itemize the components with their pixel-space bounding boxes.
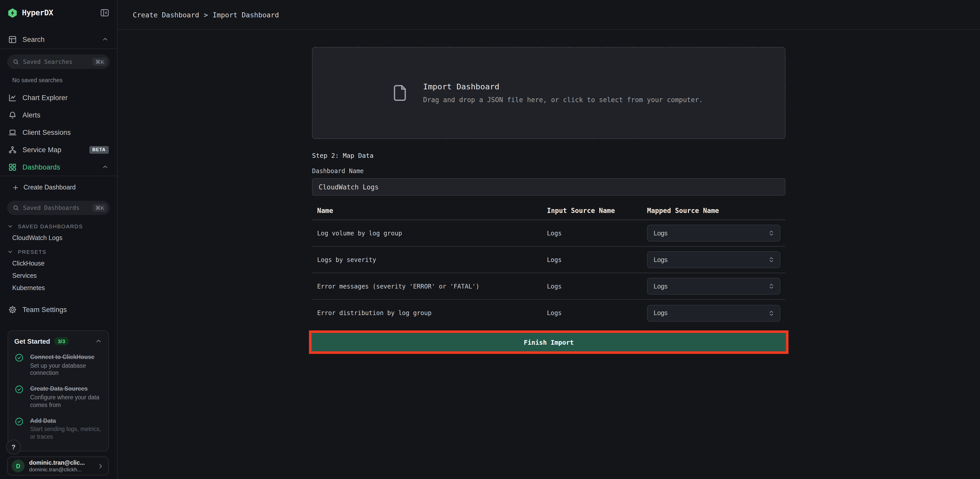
chevron-up-icon	[102, 164, 109, 170]
user-menu[interactable]: D dominic.tran@clic... dominic.tran@clic…	[7, 457, 109, 476]
sidebar-item-service-map[interactable]: Service Map BETA	[0, 141, 117, 158]
sidebar-item-kubernetes[interactable]: Kubernetes	[0, 282, 117, 294]
sidebar-item-clickhouse[interactable]: ClickHouse	[0, 257, 117, 270]
sidebar-divider	[0, 176, 117, 176]
json-dropzone[interactable]: Import Dashboard Drag and drop a JSON fi…	[312, 47, 786, 139]
import-panel: Import Dashboard Drag and drop a JSON fi…	[312, 30, 786, 354]
sidebar-item-label: Search	[22, 35, 45, 43]
file-icon	[390, 81, 409, 105]
magnifier-icon	[13, 59, 19, 65]
step-title: Connect to ClickHouse	[30, 354, 94, 360]
get-started-card: Get Started 3/3 Connect to ClickHouse Se…	[8, 330, 109, 452]
main-area: Create Dashboard>Import Dashboard Import…	[118, 0, 980, 479]
selected-value: Logs	[654, 283, 667, 290]
user-name: dominic.tran@clic...	[29, 459, 97, 466]
sidebar-item-label: Service Map	[22, 146, 61, 153]
saved-searches-input[interactable]	[23, 58, 93, 65]
chart-name: Logs by severity	[312, 256, 547, 263]
logo-text: HyperDX	[22, 8, 53, 18]
check-circle-icon	[14, 417, 24, 426]
dropzone-subtitle: Drag and drop a JSON file here, or click…	[423, 96, 703, 103]
saved-dashboards-searchbox[interactable]: ⌘K	[7, 201, 110, 215]
breadcrumb: Create Dashboard>Import Dashboard	[133, 11, 279, 19]
avatar: D	[12, 460, 24, 473]
chart-explorer-icon	[8, 93, 17, 102]
shortcut-badge: ⌘K	[93, 204, 107, 212]
finish-import-button[interactable]: Finish Import	[312, 333, 786, 351]
progress-badge: 3/3	[54, 337, 69, 345]
column-header-mapped-source: Mapped Source Name	[647, 207, 786, 215]
mapped-source-select[interactable]: Logs	[647, 278, 780, 294]
table-row: Error messages (severity 'ERROR' or 'FAT…	[312, 273, 786, 300]
laptop-icon	[8, 128, 17, 137]
get-started-header[interactable]: Get Started 3/3	[14, 337, 102, 345]
mapped-source-select[interactable]: Logs	[647, 225, 780, 242]
table-header-row: Name Input Source Name Mapped Source Nam…	[312, 207, 786, 220]
mapping-table: Name Input Source Name Mapped Source Nam…	[312, 207, 786, 326]
section-presets[interactable]: PRESETS	[0, 246, 117, 257]
create-dashboard-button[interactable]: Create Dashboard	[0, 180, 117, 195]
sidebar-item-chart-explorer[interactable]: Chart Explorer	[0, 89, 117, 106]
chevron-down-icon	[7, 249, 13, 255]
get-started-step-sources[interactable]: Create Data Sources Configure where your…	[14, 384, 102, 409]
sidebar-item-search[interactable]: Search	[0, 32, 117, 46]
select-chevrons-icon	[768, 256, 775, 263]
breadcrumb-import-dashboard: Import Dashboard	[212, 11, 279, 19]
sidebar-item-team-settings[interactable]: Team Settings	[0, 303, 117, 316]
dashboard-name-label: Dashboard Name	[312, 167, 786, 175]
chart-name: Error messages (severity 'ERROR' or 'FAT…	[312, 283, 547, 290]
dashboard-name-input[interactable]	[312, 178, 786, 196]
sidebar-item-label: Alerts	[22, 111, 40, 119]
saved-dashboards-input[interactable]	[23, 204, 93, 212]
section-saved-dashboards[interactable]: SAVED DASHBOARDS	[0, 221, 117, 232]
sidebar-item-label: Client Sessions	[22, 129, 71, 136]
breadcrumb-create-dashboard[interactable]: Create Dashboard	[133, 11, 199, 19]
sidebar-item-client-sessions[interactable]: Client Sessions	[0, 124, 117, 141]
chevron-right-icon	[97, 462, 104, 469]
shortcut-badge: ⌘K	[93, 58, 107, 66]
breadcrumb-separator: >	[199, 11, 212, 19]
logo-link[interactable]: HyperDX	[0, 0, 117, 25]
mapped-source-select[interactable]: Logs	[647, 305, 780, 321]
select-chevrons-icon	[768, 283, 775, 290]
chart-name: Log volume by log group	[312, 229, 547, 237]
chevron-down-icon	[7, 223, 13, 229]
check-circle-icon	[14, 385, 24, 395]
sidebar-divider	[0, 49, 117, 49]
table-row: Logs by severity Logs Logs	[312, 247, 786, 273]
search-layout-icon	[8, 35, 17, 44]
service-map-icon	[8, 145, 17, 154]
chevron-up-icon	[102, 36, 109, 43]
dropzone-title: Import Dashboard	[423, 82, 703, 91]
section-label: SAVED DASHBOARDS	[18, 223, 83, 229]
sidebar-item-dashboards[interactable]: Dashboards	[0, 158, 117, 176]
sidebar-item-alerts[interactable]: Alerts	[0, 106, 117, 124]
app-window: HyperDX Search	[0, 0, 980, 479]
page-header: Create Dashboard>Import Dashboard	[118, 0, 980, 30]
section-label: PRESETS	[18, 249, 46, 255]
step-desc: Configure where your data comes from	[30, 394, 102, 409]
table-row: Log volume by log group Logs Logs	[312, 220, 786, 247]
selected-value: Logs	[654, 309, 667, 317]
sidebar-item-cloudwatch-logs[interactable]: CloudWatch Logs	[0, 232, 117, 244]
team-settings-label: Team Settings	[22, 306, 67, 313]
get-started-title: Get Started	[14, 337, 50, 345]
collapse-sidebar-icon[interactable]	[100, 8, 110, 18]
sidebar-item-label: Dashboards	[22, 163, 60, 171]
create-dashboard-label: Create Dashboard	[24, 184, 76, 191]
table-row: Error distribution by log group Logs Log…	[312, 300, 786, 326]
select-chevrons-icon	[768, 230, 775, 236]
sidebar: HyperDX Search	[0, 0, 118, 479]
plus-icon	[12, 184, 19, 191]
bell-icon	[8, 111, 17, 119]
get-started-step-add-data[interactable]: Add Data Start sending logs, metrics, or…	[14, 416, 102, 441]
saved-searches-searchbox[interactable]: ⌘K	[7, 55, 110, 69]
step-title: Step 2: Map Data	[312, 152, 786, 159]
input-source-name: Logs	[547, 283, 647, 290]
get-started-step-connect[interactable]: Connect to ClickHouse Set up your databa…	[14, 352, 102, 377]
hyperdx-logo-icon	[7, 7, 18, 18]
sidebar-item-services[interactable]: Services	[0, 270, 117, 282]
gear-icon	[8, 305, 17, 314]
mapped-source-select[interactable]: Logs	[647, 251, 780, 268]
help-button[interactable]: ?	[6, 440, 21, 455]
